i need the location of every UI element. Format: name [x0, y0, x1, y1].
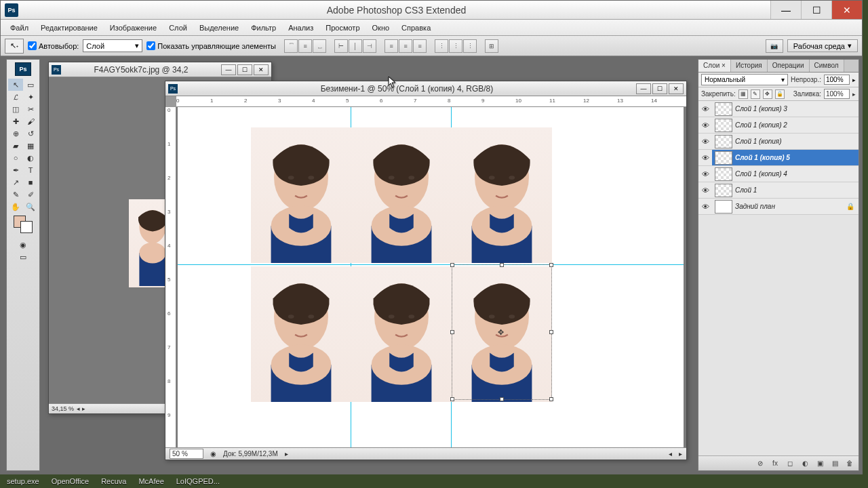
taskbar-item[interactable]: OpenOffice: [52, 477, 89, 485]
gradient-tool[interactable]: ▦: [23, 140, 38, 152]
quickmask-toggle[interactable]: ◉: [16, 239, 31, 251]
layer-row[interactable]: 👁Слой 1 (копия) 5: [698, 150, 859, 166]
color-swatches[interactable]: [14, 216, 33, 233]
menu-справка[interactable]: Справка: [396, 22, 436, 34]
zoom-tool[interactable]: 🔍: [23, 201, 38, 213]
layer-list[interactable]: 👁Слой 1 (копия) 3👁Слой 1 (копия) 2👁Слой …: [698, 101, 859, 455]
doc2-titlebar[interactable]: Ps Безимени-1 @ 50% (Слой 1 (копия) 4, R…: [165, 81, 686, 96]
autoselect-checkbox[interactable]: Автовыбор:: [28, 41, 79, 50]
blur-tool[interactable]: ○: [8, 152, 23, 164]
panel-tab[interactable]: Символ: [810, 60, 844, 72]
layer-thumbnail[interactable]: [715, 167, 732, 181]
move-tool[interactable]: ↖: [8, 79, 23, 91]
go-to-bridge-icon[interactable]: 📷: [766, 39, 783, 53]
scroll-left-icon[interactable]: ◂: [669, 450, 672, 458]
lock-all-icon[interactable]: 🔒: [775, 89, 785, 99]
layer-row[interactable]: 👁Слой 1 (копия) 2: [698, 117, 859, 134]
menu-окно[interactable]: Окно: [367, 22, 395, 34]
scroll-right-icon[interactable]: ▸: [679, 450, 682, 458]
stamp-tool[interactable]: ⊕: [8, 127, 23, 140]
eraser-tool[interactable]: ▰: [8, 140, 23, 152]
layer-name[interactable]: Слой 1 (копия) 5: [735, 154, 790, 161]
lock-pixels-icon[interactable]: ✎: [751, 89, 760, 99]
align-bottom-icon[interactable]: ⎵: [313, 39, 326, 53]
lock-position-icon[interactable]: ✥: [763, 89, 772, 99]
panel-tab[interactable]: История: [731, 60, 768, 72]
lock-transparency-icon[interactable]: ▦: [738, 89, 748, 99]
dodge-tool[interactable]: ◐: [23, 152, 38, 164]
horizontal-ruler[interactable]: 01234567891011121314: [176, 96, 686, 107]
hand-tool[interactable]: ✋: [8, 201, 23, 213]
path-tool[interactable]: ↗: [8, 176, 23, 188]
layer-thumbnail[interactable]: [715, 184, 732, 197]
layer-name[interactable]: Слой 1 (копия) 3: [735, 105, 787, 113]
taskbar-item[interactable]: McAfee: [138, 477, 163, 485]
lasso-tool[interactable]: 𝓛: [8, 91, 23, 103]
canvas-viewport[interactable]: ✥: [176, 107, 686, 447]
menu-изображение[interactable]: Изображение: [104, 22, 162, 34]
history-brush-tool[interactable]: ↺: [23, 127, 38, 140]
proof-icon[interactable]: ◉: [210, 450, 216, 458]
menu-анализ[interactable]: Анализ: [283, 22, 319, 34]
visibility-eye-icon[interactable]: 👁: [698, 105, 712, 113]
document-window-2[interactable]: Ps Безимени-1 @ 50% (Слой 1 (копия) 4, R…: [165, 81, 687, 460]
healing-tool[interactable]: ✚: [8, 115, 23, 127]
layer-thumbnail[interactable]: [715, 135, 732, 148]
eyedropper-tool[interactable]: ✐: [23, 188, 38, 201]
window-maximize-button[interactable]: ☐: [801, 1, 831, 19]
panel-tab[interactable]: Слои ×: [698, 60, 731, 72]
menu-просмотр[interactable]: Просмотр: [320, 22, 365, 34]
show-transform-controls-checkbox[interactable]: Показать управляющие элементы: [146, 41, 276, 50]
background-color[interactable]: [20, 221, 33, 233]
window-minimize-button[interactable]: —: [770, 1, 801, 19]
new-layer-icon[interactable]: ▤: [829, 458, 841, 469]
dist-bottom-icon[interactable]: ≡: [413, 39, 427, 53]
fill-field[interactable]: 100%: [824, 89, 850, 99]
layer-style-icon[interactable]: fx: [769, 458, 781, 469]
group-icon[interactable]: ▣: [814, 458, 826, 469]
visibility-eye-icon[interactable]: 👁: [698, 203, 712, 211]
menu-фильтр[interactable]: Фильтр: [245, 22, 281, 34]
type-tool[interactable]: T: [23, 164, 38, 176]
doc1-minimize[interactable]: —: [221, 64, 236, 75]
delete-layer-icon[interactable]: 🗑: [844, 458, 856, 469]
adjustment-layer-icon[interactable]: ◐: [799, 458, 811, 469]
zoom-field[interactable]: 50 %: [170, 449, 203, 459]
workspace-menu[interactable]: Рабочая среда▾: [787, 39, 858, 52]
layer-row[interactable]: 👁Слой 1 (копия): [698, 134, 859, 150]
link-layers-icon[interactable]: ⊘: [754, 458, 766, 469]
layer-row[interactable]: 👁Задний план🔒: [698, 199, 859, 215]
layer-thumbnail[interactable]: [715, 119, 732, 132]
layer-thumbnail[interactable]: [715, 200, 732, 214]
layer-name[interactable]: Слой 1: [735, 186, 757, 194]
layer-name[interactable]: Задний план: [735, 203, 775, 210]
menu-файл[interactable]: Файл: [5, 22, 34, 34]
pen-tool[interactable]: ✒: [8, 164, 23, 176]
menu-выделение[interactable]: Выделение: [194, 22, 244, 34]
align-vcenter-icon[interactable]: ≡: [298, 39, 312, 53]
doc1-titlebar[interactable]: Ps F4AGY5okk7c.jpg @ 34,2 — ☐ ✕: [49, 62, 271, 77]
opacity-field[interactable]: 100%: [824, 75, 850, 85]
layer-thumbnail[interactable]: [715, 151, 732, 165]
layer-thumbnail[interactable]: [715, 102, 732, 116]
taskbar-item[interactable]: setup.exe: [7, 477, 39, 485]
doc1-close[interactable]: ✕: [254, 64, 269, 75]
menu-редактирование[interactable]: Редактирование: [35, 22, 103, 34]
auto-align-icon[interactable]: ⊞: [485, 39, 498, 53]
dist-right-icon[interactable]: ⋮: [463, 39, 477, 53]
visibility-eye-icon[interactable]: 👁: [698, 138, 712, 146]
transform-box[interactable]: ✥: [452, 264, 552, 400]
taskbar-item[interactable]: Recuva: [101, 477, 126, 485]
menu-слой[interactable]: Слой: [163, 22, 193, 34]
notes-tool[interactable]: ✎: [8, 188, 23, 201]
visibility-eye-icon[interactable]: 👁: [698, 186, 712, 195]
align-right-icon[interactable]: ⊣: [363, 39, 376, 53]
layer-name[interactable]: Слой 1 (копия) 4: [735, 170, 787, 178]
layer-row[interactable]: 👁Слой 1 (копия) 3: [698, 101, 859, 117]
align-top-icon[interactable]: ⎴: [284, 39, 298, 53]
visibility-eye-icon[interactable]: 👁: [698, 121, 712, 129]
align-left-icon[interactable]: ⊢: [334, 39, 348, 53]
layer-row[interactable]: 👁Слой 1 (копия) 4: [698, 166, 859, 182]
marquee-tool[interactable]: ▭: [23, 79, 38, 91]
wand-tool[interactable]: ✦: [23, 91, 38, 103]
